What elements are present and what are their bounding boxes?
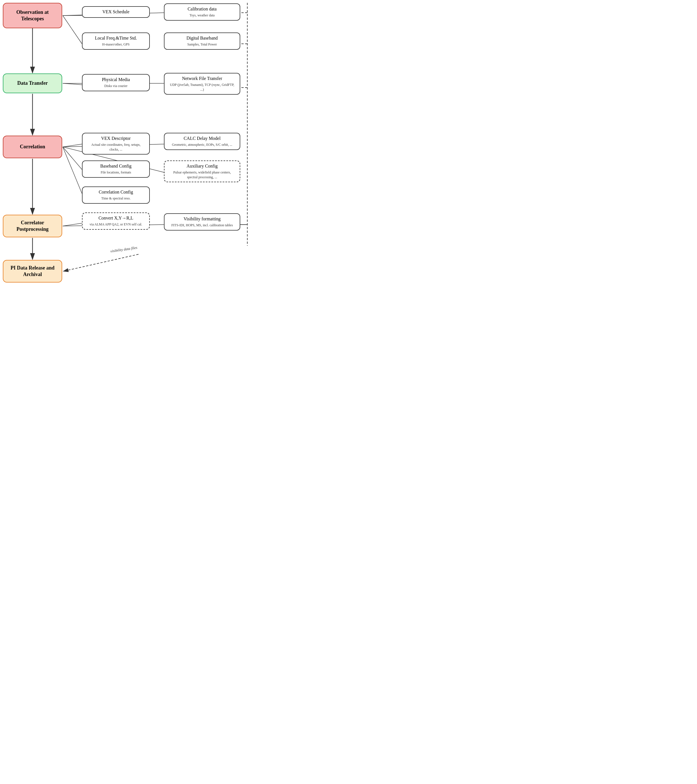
vex-descriptor-box: VEX Descriptor Actual site coordinates, …	[82, 133, 150, 155]
digital-baseband-subtitle: Samples, Total Power	[168, 42, 236, 47]
physical-media-box: Physical Media Disks via courier	[82, 74, 150, 91]
correlator-postprocessing-label: Correlator Postprocessing	[7, 219, 58, 233]
visibility-formatting-title: Visibility formatting	[168, 216, 236, 222]
vex-descriptor-subtitle: Actual site coordinates, freq. setups, c…	[86, 142, 145, 152]
vex-descriptor-title: VEX Descriptor	[86, 136, 145, 142]
visibility-data-files-label: visibility data files	[110, 245, 137, 254]
auxiliary-config-box: Auxiliary Config Pulsar ephemeris, widef…	[164, 160, 240, 182]
calc-delay-model-subtitle: Geometric, atmospheric, EOPs, S/C orbit,…	[168, 142, 236, 147]
correlation-label: Correlation	[20, 143, 45, 150]
physical-media-subtitle: Disks via courier	[86, 84, 145, 89]
calibration-data-box: Calibration data Tsys, weather data	[164, 3, 240, 21]
calc-delay-model-title: CALC Delay Model	[168, 136, 236, 142]
vex-schedule-title: VEX Schedule	[86, 9, 145, 15]
convert-xy-subtitle: via ALMA APP QA2, or EVN self cal.	[86, 222, 145, 227]
node-pi-data-release: PI Data Release and Archival	[3, 260, 62, 283]
svg-line-21	[63, 254, 139, 271]
correlation-config-box: Correlation Config Time & spectral reso.	[82, 186, 150, 204]
calibration-data-subtitle: Tsys, weather data	[168, 13, 236, 18]
auxiliary-config-subtitle: Pulsar ephemeris, widefield phase center…	[168, 170, 236, 180]
digital-baseband-box: Digital Baseband Samples, Total Power	[164, 33, 240, 50]
baseband-config-box: Baseband Config File locations, formats	[82, 160, 150, 178]
correlation-config-title: Correlation Config	[86, 189, 145, 195]
svg-line-16	[63, 147, 82, 170]
vex-schedule-box: VEX Schedule	[82, 6, 150, 18]
network-file-transfer-title: Network File Transfer	[168, 76, 236, 82]
calibration-data-title: Calibration data	[168, 6, 236, 12]
svg-line-14	[63, 144, 82, 147]
network-file-transfer-subtitle: UDP (jive5ab, Tsunami), TCP (rsync, Grid…	[168, 82, 236, 92]
local-freq-box: Local Freq.&Time Std. H-maser/other, GPS	[82, 33, 150, 50]
node-data-transfer: Data Transfer	[3, 74, 62, 93]
node-correlation: Correlation	[3, 136, 62, 158]
svg-line-11	[63, 16, 82, 44]
node-observation: Observation at Telescopes	[3, 3, 62, 28]
correlation-config-subtitle: Time & spectral reso.	[86, 196, 145, 201]
node-correlator-postprocessing: Correlator Postprocessing	[3, 215, 62, 237]
svg-line-18	[63, 147, 82, 194]
digital-baseband-title: Digital Baseband	[168, 35, 236, 41]
calc-delay-model-box: CALC Delay Model Geometric, atmospheric,…	[164, 133, 240, 150]
svg-line-19	[63, 223, 82, 226]
visibility-formatting-subtitle: FITS-IDI, HOPS, MS, incl. calibration ta…	[168, 223, 236, 228]
local-freq-subtitle: H-maser/other, GPS	[86, 42, 145, 47]
data-transfer-label: Data Transfer	[17, 80, 48, 86]
auxiliary-config-title: Auxiliary Config	[168, 163, 236, 169]
pi-data-release-label: PI Data Release and Archival	[7, 265, 58, 278]
observation-label: Observation at Telescopes	[7, 9, 58, 22]
convert-xy-box: Convert X,Y→R,L via ALMA APP QA2, or EVN…	[82, 212, 150, 230]
physical-media-title: Physical Media	[86, 77, 145, 83]
visibility-formatting-box: Visibility formatting FITS-IDI, HOPS, MS…	[164, 213, 240, 231]
baseband-config-subtitle: File locations, formats	[86, 170, 145, 175]
svg-line-12	[63, 83, 82, 85]
convert-xy-title: Convert X,Y→R,L	[86, 215, 145, 221]
local-freq-title: Local Freq.&Time Std.	[86, 35, 145, 41]
diagram-container: Observation at Telescopes Data Transfer …	[0, 0, 254, 285]
baseband-config-title: Baseband Config	[86, 163, 145, 169]
network-file-transfer-box: Network File Transfer UDP (jive5ab, Tsun…	[164, 73, 240, 95]
